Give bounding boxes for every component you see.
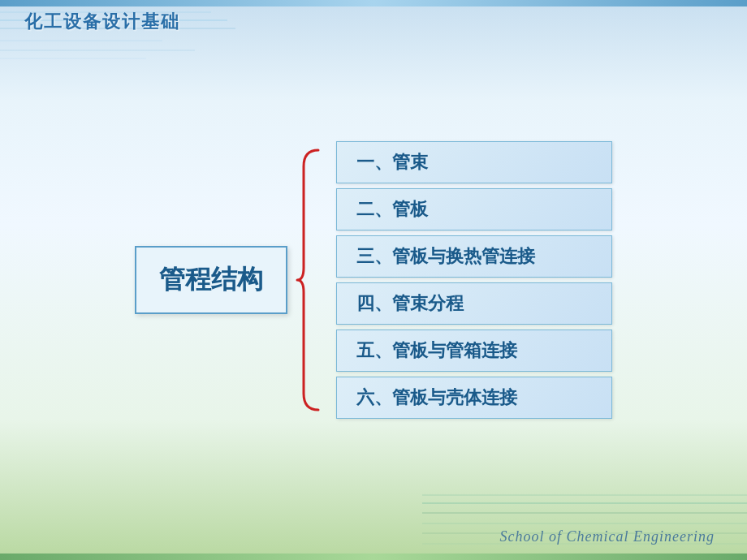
list-item: 三、管板与换热管连接 <box>336 235 612 278</box>
list-item: 一、管束 <box>336 141 612 183</box>
main-box: 管程结构 <box>135 246 287 314</box>
footer-text: School of Chemical Engineering <box>500 528 715 545</box>
page-title: 化工设备设计基础 <box>24 10 180 34</box>
list-item: 二、管板 <box>336 188 612 230</box>
list-item: 六、管板与壳体连接 <box>336 377 612 419</box>
list-item: 四、管束分程 <box>336 282 612 325</box>
main-content: 管程结构 一、管束 二、管板 三、管板与换热管连接 四、管束分程 五、管板与管箱… <box>0 65 747 495</box>
list-item: 五、管板与管箱连接 <box>336 330 612 372</box>
right-list: 一、管束 二、管板 三、管板与换热管连接 四、管束分程 五、管板与管箱连接 六、… <box>336 141 612 419</box>
main-box-label: 管程结构 <box>159 265 263 294</box>
curly-brace <box>294 142 326 418</box>
